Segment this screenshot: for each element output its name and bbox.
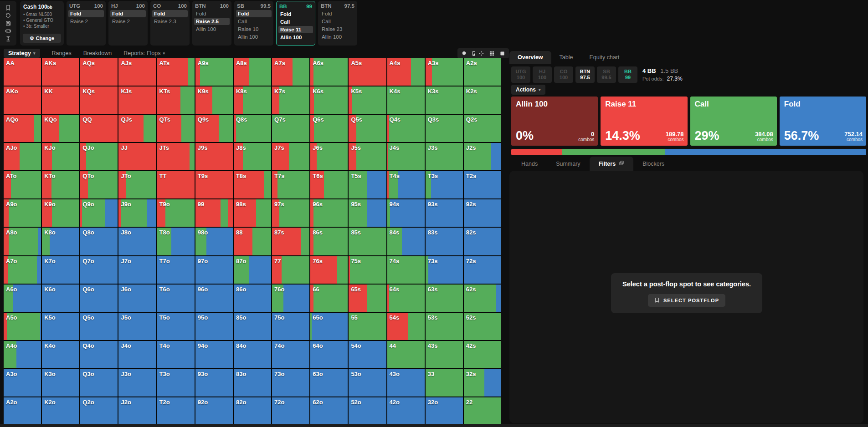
hand-cell-62o[interactable]: 62o (310, 397, 348, 425)
action-fold[interactable]: Fold (68, 10, 104, 17)
hand-cell-J5o[interactable]: J5o (118, 313, 156, 340)
hand-cell-J3o[interactable]: J3o (118, 369, 156, 396)
hand-cell-T7o[interactable]: T7o (157, 256, 195, 284)
hand-cell-J7o[interactable]: J7o (118, 256, 156, 284)
hand-cell-Q8o[interactable]: Q8o (80, 228, 118, 255)
hand-cell-T9s[interactable]: T9s (195, 171, 233, 198)
hand-cell-K4s[interactable]: K4s (387, 86, 425, 114)
hand-cell-85o[interactable]: 85o (234, 313, 271, 340)
badge-bb[interactable]: BB99 (618, 66, 637, 83)
action-fold[interactable]: Fold (152, 10, 188, 17)
badge-utg[interactable]: UTG100 (511, 66, 530, 83)
hand-cell-ATo[interactable]: ATo (4, 171, 41, 198)
hand-cell-A7o[interactable]: A7o (4, 256, 41, 284)
hand-cell-A7s[interactable]: A7s (272, 58, 309, 86)
hand-cell-75s[interactable]: 75s (349, 256, 386, 284)
hand-cell-AJs[interactable]: AJs (118, 58, 156, 86)
history-icon[interactable] (5, 12, 11, 19)
range-height-icon[interactable] (5, 36, 11, 42)
hand-cell-Q7s[interactable]: Q7s (272, 115, 309, 142)
hand-cell-98o[interactable]: 98o (195, 228, 233, 255)
action-fold[interactable]: Fold (236, 10, 272, 17)
hand-cell-84o[interactable]: 84o (234, 341, 271, 368)
chip-icon[interactable] (461, 51, 467, 56)
hand-cell-73o[interactable]: 73o (272, 369, 309, 396)
hand-cell-85s[interactable]: 85s (349, 228, 386, 255)
hand-cell-Q8s[interactable]: Q8s (234, 115, 271, 142)
hand-cell-84s[interactable]: 84s (387, 228, 425, 255)
hand-cell-Q4o[interactable]: Q4o (80, 341, 118, 368)
hand-cell-J2s[interactable]: J2s (464, 143, 501, 170)
hand-cell-Q3s[interactable]: Q3s (426, 115, 463, 142)
hand-cell-A9s[interactable]: A9s (195, 58, 233, 86)
hand-cell-K7o[interactable]: K7o (42, 256, 79, 284)
hand-cell-Q5o[interactable]: Q5o (80, 313, 118, 340)
toolbar-item-strategy[interactable]: Strategy▾ (4, 49, 40, 58)
hand-cell-99[interactable]: 99 (195, 199, 233, 227)
hand-cell-97s[interactable]: 97s (272, 199, 309, 227)
toolbar-item-ranges[interactable]: Ranges (52, 50, 72, 56)
hand-cell-AJo[interactable]: AJo (4, 143, 41, 170)
tab-equity-chart[interactable]: Equity chart (581, 51, 627, 64)
toolbar-item-breakdown[interactable]: Breakdown (83, 50, 112, 56)
hand-cell-A8s[interactable]: A8s (234, 58, 271, 86)
hand-cell-98s[interactable]: 98s (234, 199, 271, 227)
hand-cell-T7s[interactable]: T7s (272, 171, 309, 198)
hand-cell-T3s[interactable]: T3s (426, 171, 463, 198)
hand-cell-Q6s[interactable]: Q6s (310, 115, 348, 142)
hand-cell-QTs[interactable]: QTs (157, 115, 195, 142)
action-call[interactable]: Call (236, 18, 272, 25)
bookmark-icon[interactable] (5, 5, 11, 11)
hand-cell-KTs[interactable]: KTs (157, 86, 195, 114)
hand-cell-Q2s[interactable]: Q2s (464, 115, 501, 142)
hand-cell-55[interactable]: 55 (349, 313, 386, 340)
hand-cell-QTo[interactable]: QTo (80, 171, 118, 198)
hand-cell-K3s[interactable]: K3s (426, 86, 463, 114)
hand-cell-T4o[interactable]: T4o (157, 341, 195, 368)
tab-overview[interactable]: Overview (509, 51, 551, 64)
hand-cell-A6o[interactable]: A6o (4, 285, 41, 312)
hand-cell-JTs[interactable]: JTs (157, 143, 195, 170)
hand-cell-K2s[interactable]: K2s (464, 86, 501, 114)
hand-cell-KK[interactable]: KK (42, 86, 79, 114)
hand-cell-K2o[interactable]: K2o (42, 397, 79, 425)
hand-cell-T3o[interactable]: T3o (157, 369, 195, 396)
hand-cell-J9o[interactable]: J9o (118, 199, 156, 227)
hand-cell-K7s[interactable]: K7s (272, 86, 309, 114)
hand-cell-33[interactable]: 33 (426, 369, 463, 396)
hand-cell-AQs[interactable]: AQs (80, 58, 118, 86)
hand-cell-Q9s[interactable]: Q9s (195, 115, 233, 142)
action-allin-100[interactable]: Allin 100 (236, 33, 272, 41)
hand-cell-65o[interactable]: 65o (310, 313, 348, 340)
badge-sb[interactable]: SB99.5 (597, 66, 616, 83)
tab-table[interactable]: Table (551, 51, 581, 64)
hand-cell-93o[interactable]: 93o (195, 369, 233, 396)
action-raise-2[interactable]: Raise 2 (68, 18, 104, 25)
hand-cell-76s[interactable]: 76s (310, 256, 348, 284)
hand-cell-32s[interactable]: 32s (464, 369, 501, 396)
change-button[interactable]: ⚙ Change (23, 34, 61, 43)
hand-cell-A3s[interactable]: A3s (426, 58, 463, 86)
action-box-call[interactable]: Call29%384.08combos (690, 97, 777, 146)
hand-cell-87s[interactable]: 87s (272, 228, 309, 255)
hand-cell-KQo[interactable]: KQo (42, 115, 79, 142)
subtab-blockers[interactable]: Blockers (633, 157, 673, 171)
action-fold[interactable]: Fold (110, 10, 146, 17)
hand-cell-QJs[interactable]: QJs (118, 115, 156, 142)
hand-cell-JJ[interactable]: JJ (118, 143, 156, 170)
hand-cell-74o[interactable]: 74o (272, 341, 309, 368)
hand-cell-K9o[interactable]: K9o (42, 199, 79, 227)
hand-cell-Q9o[interactable]: Q9o (80, 199, 118, 227)
hand-cell-82s[interactable]: 82s (464, 228, 501, 255)
hand-cell-T9o[interactable]: T9o (157, 199, 195, 227)
hand-cell-Q3o[interactable]: Q3o (80, 369, 118, 396)
action-box-raise-11[interactable]: Raise 1114.3%189.78combos (601, 97, 687, 146)
action-allin-100[interactable]: Allin 100 (320, 33, 355, 41)
hand-cell-AA[interactable]: AA (4, 58, 41, 86)
badge-btn[interactable]: BTN97.5 (575, 66, 595, 83)
hand-cell-Q2o[interactable]: Q2o (80, 397, 118, 425)
hand-cell-J6s[interactable]: J6s (310, 143, 348, 170)
hand-cell-53o[interactable]: 53o (349, 369, 386, 396)
hand-cell-T8o[interactable]: T8o (157, 228, 195, 255)
hand-cell-J5s[interactable]: J5s (349, 143, 386, 170)
